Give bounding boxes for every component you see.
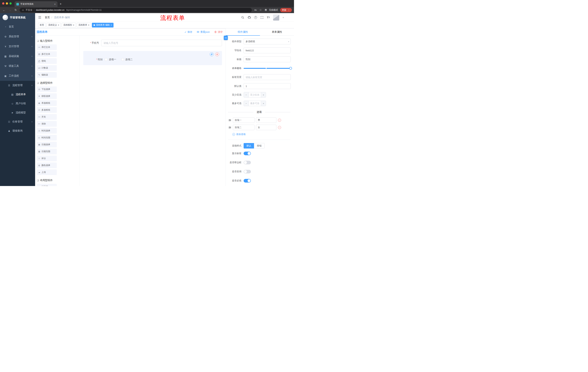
sidebar-item-system[interactable]: ⚙ 系统管理 ∨ (0, 32, 35, 42)
tag-process-model[interactable]: 流程模型 × (62, 23, 76, 28)
tab-close-icon[interactable]: × (54, 3, 56, 5)
github-icon[interactable] (248, 16, 251, 19)
close-icon[interactable]: × (88, 24, 89, 26)
tag-process-form[interactable]: 流程表单 × (77, 23, 91, 28)
tag-process-definition[interactable]: 流程定义 × (47, 23, 61, 28)
app-logo[interactable]: 芋道管理系统 (0, 13, 35, 22)
sidebar-item-devtools[interactable]: ⚒ 研发工具 ∨ (0, 61, 35, 71)
remove-option-icon[interactable]: − (278, 119, 281, 122)
tag-process-form-edit[interactable]: 流程表单-编辑 × (92, 23, 114, 28)
reload-icon[interactable]: ↻ (14, 8, 18, 12)
close-icon[interactable]: × (111, 24, 112, 26)
drag-handle-icon[interactable] (228, 119, 231, 122)
label-width-input[interactable] (244, 74, 291, 80)
chip-editor[interactable]: ✎编辑器 (37, 72, 57, 78)
browser-update-button[interactable]: 更新 ⋮ (280, 8, 292, 12)
chip-switch[interactable]: ⊶开关 (37, 114, 57, 120)
sidebar-item-payment[interactable]: ¥ 支付管理 ∨ (0, 42, 35, 51)
component-type-select[interactable]: 多选框组 ▾ (244, 39, 291, 44)
field-name-input[interactable] (244, 47, 291, 53)
clear-button[interactable]: 清空 (214, 30, 223, 34)
sidebar-item-leave-query[interactable]: ♟ 请假查询 (0, 126, 35, 135)
save-button[interactable]: ✓ 保存 (184, 30, 192, 34)
chip-row-container[interactable]: ◫行容器 (37, 184, 57, 186)
sidebar-item-task-management[interactable]: ☷ 任务管理 ∨ (0, 117, 35, 126)
style-button-button[interactable]: 按钮 (254, 143, 264, 149)
sidebar-item-home[interactable]: ◔ 首页 (0, 22, 35, 32)
chip-slider[interactable]: ⊷滑块 (37, 121, 57, 127)
minimize-window-button[interactable] (6, 2, 8, 5)
chip-date-picker[interactable]: ▦日期选择 (37, 142, 57, 148)
chip-upload[interactable]: ☁上传 (37, 170, 57, 175)
slider-handle[interactable] (289, 67, 292, 70)
delete-widget-button[interactable] (215, 53, 219, 56)
option1-value-input[interactable] (256, 117, 276, 123)
chip-rate[interactable]: ☆评分 (37, 156, 57, 161)
phone-input[interactable] (101, 40, 222, 46)
breadcrumb-home[interactable]: 首页 (45, 16, 50, 19)
grid-slider[interactable] (244, 65, 291, 71)
option2-value-input[interactable] (256, 125, 276, 130)
sidebar-item-infrastructure[interactable]: ▦ 基础设施 ∨ (0, 51, 35, 61)
chip-checkbox-group[interactable]: ☑多选框组 (37, 107, 57, 113)
chip-time-picker[interactable]: ◷时间选择 (37, 128, 57, 134)
plus-button[interactable]: + (261, 92, 266, 97)
fullscreen-icon[interactable] (260, 16, 264, 19)
hamburger-icon[interactable] (38, 16, 42, 19)
avatar-caret-icon[interactable]: ∨ (283, 17, 284, 18)
sidebar-item-process-management[interactable]: ☰ 流程管理 ∧ (0, 81, 35, 90)
chip-counter[interactable]: 123计数器 (37, 65, 57, 71)
back-icon[interactable]: ← (2, 9, 6, 12)
bookmark-star-icon[interactable]: ☆ (259, 8, 262, 12)
view-json-button[interactable]: 查看json (197, 30, 210, 34)
close-window-button[interactable] (2, 2, 4, 5)
max-stepper-value[interactable]: 最多可选 (249, 101, 261, 106)
sidebar-item-process-form[interactable]: ▤ 流程表单 (0, 90, 35, 99)
help-icon[interactable]: ? (254, 16, 257, 19)
chip-date-range[interactable]: ▩日期范围 (37, 149, 57, 154)
style-default-button[interactable]: 默认 (244, 143, 254, 149)
required-toggle[interactable] (244, 179, 251, 182)
browser-menu-icon[interactable]: ⋮ (288, 9, 290, 11)
default-value-input[interactable] (244, 83, 291, 89)
drag-handle-icon[interactable] (228, 126, 231, 129)
forward-icon[interactable]: → (8, 9, 12, 12)
sidebar-item-process-model[interactable]: ➤ 流程模型 (0, 108, 35, 117)
plus-button[interactable]: + (261, 101, 266, 106)
link-affix-button[interactable] (224, 36, 228, 40)
chip-radio-group[interactable]: ◉单选框组 (37, 100, 57, 106)
add-option-button[interactable]: + 添加选项 (232, 133, 291, 136)
option1-label-input[interactable] (233, 117, 254, 123)
gender-widget-selected[interactable]: *性别 选项一 选项二 (83, 51, 222, 65)
sidebar-item-user-group[interactable]: ☺ 用户分组 (0, 99, 35, 108)
border-toggle[interactable] (244, 161, 251, 164)
slider-track[interactable] (244, 68, 291, 69)
tab-component-props[interactable]: 组件属性 (226, 28, 260, 35)
show-label-toggle[interactable] (244, 152, 251, 155)
browser-tab[interactable]: 芋道管理系统 × (15, 1, 57, 7)
minus-button[interactable]: − (244, 92, 249, 97)
close-icon[interactable]: × (73, 24, 74, 26)
chip-multi-line-text[interactable]: ▤多行文本 (37, 51, 57, 57)
option2-label-input[interactable] (233, 125, 254, 130)
remove-option-icon[interactable]: − (278, 126, 281, 129)
sidebar-item-workflow[interactable]: ▣ 工作流程 ∧ (0, 71, 35, 81)
font-size-icon[interactable]: T T (267, 16, 270, 19)
disabled-toggle[interactable] (244, 170, 251, 173)
zoom-window-button[interactable] (10, 2, 12, 5)
tab-form-props[interactable]: 表单属性 (260, 28, 294, 35)
gender-option2-checkbox[interactable]: 选项二 (121, 58, 133, 61)
new-tab-button[interactable]: + (60, 2, 62, 6)
chip-color-picker[interactable]: ◍颜色选择 (37, 162, 57, 168)
tag-home[interactable]: 首页 (38, 23, 46, 28)
phone-field[interactable]: *手机号 (83, 40, 222, 46)
password-key-icon[interactable] (254, 8, 257, 12)
address-bar[interactable]: ⚠ 不安全 dashboard.yudao.iocoder.cn/bpm/man… (20, 8, 252, 12)
title-input[interactable] (244, 56, 291, 62)
user-avatar[interactable] (273, 14, 279, 21)
close-icon[interactable]: × (58, 24, 59, 26)
gender-option1-checkbox[interactable]: 选项一 (105, 58, 116, 61)
minus-button[interactable]: − (244, 101, 249, 106)
chip-select[interactable]: ◎下拉选择 (37, 86, 57, 92)
chip-cascader[interactable]: ⋔级联选择 (37, 93, 57, 99)
